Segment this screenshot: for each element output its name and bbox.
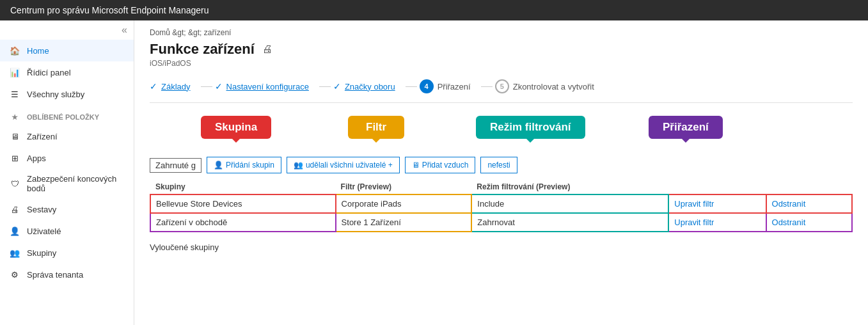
wizard-divider [481,86,493,87]
sidebar-item-label: Zařízení [27,132,58,141]
col-header-edit [668,180,766,194]
home-icon: 🏠 [9,45,20,56]
table-row: Zařízení v obchodě Store 1 Zařízení Zahr… [150,213,852,232]
step-label: Nastavení konfigurace [226,82,309,91]
step-number: 4 [420,79,434,93]
wizard-step-basics[interactable]: ✓ Základy [150,79,198,94]
all-services-icon: ☰ [9,88,20,100]
sidebar-item-users[interactable]: 👤 Uživatelé [0,220,134,242]
sidebar-item-tenant[interactable]: ⚙ Správa tenanta [0,264,134,285]
sidebar-item-label: Home [27,46,49,56]
assign-included-row: Zahrnuté g 👤 Přidání skupin 👥 udělali vš… [150,157,853,173]
add-all-users-button[interactable]: 👥 udělali všichni uživatelé + [287,157,400,173]
content-area: Domů &gt; &gt; zařízení Funkce zařízení … [134,20,868,325]
sidebar-item-label: Sestavy [27,205,56,214]
check-icon: ✓ [215,81,223,91]
included-groups-label: Zahrnuté g [150,158,201,173]
callout-skupina: Skupina [201,116,271,139]
assignment-table: Skupiny Filtr (Preview) Režim filtrování… [150,180,853,232]
assignment-area: Skupina Filtr Režim filtrování Přiřazení… [150,116,853,252]
wizard-divider [319,86,331,87]
callout-prirazeni: Přiřazení [649,116,723,139]
table-row: Bellevue Store Devices Corporate iPads I… [150,194,852,213]
sidebar-item-label: Správa tenanta [27,270,83,280]
step-label: Základy [161,82,191,91]
wizard-steps: ✓ Základy ✓ Nastavení konfigurace ✓ Znač… [150,77,853,103]
sidebar-item-endpoint-security[interactable]: 🛡 Zabezpečení koncových bodů [0,169,134,198]
add-groups-icon: 👤 [214,161,223,170]
sidebar-item-groups[interactable]: 👥 Skupiny [0,242,134,264]
star-icon: ★ [9,111,20,123]
wizard-step-scope[interactable]: ✓ Značky oboru [333,79,403,94]
col-header-filtr: Filtr (Preview) [336,180,472,194]
group-name: Zařízení v obchodě [156,218,227,227]
edit-filter-link[interactable]: Upravit filtr [674,218,714,227]
excluded-groups-label: Vyloučené skupiny [150,242,853,252]
callout-rezim: Režim filtrování [476,116,585,139]
add-all-users-icon: 👥 [294,161,303,170]
sidebar-favorites-label: ★ OBLÍBENÉ POLOŽKY [0,105,134,125]
filter-name: Store 1 Zařízení [342,218,401,227]
users-icon: 👤 [9,225,20,237]
sidebar-item-label: Řídicí panel [27,68,71,77]
check-icon: ✓ [333,81,341,91]
filter-mode: Zahrnovat [477,218,515,227]
wizard-divider [406,86,417,87]
delete-link[interactable]: Odstranit [772,218,806,227]
wizard-step-review[interactable]: 5 Zkontrolovat a vytvořit [495,77,602,96]
callout-filtr: Filtr [348,116,404,139]
step-number: 5 [495,79,509,93]
col-header-delete [766,180,852,194]
groups-icon: 👥 [9,247,20,258]
check-icon: ✓ [150,81,157,91]
sidebar-item-home[interactable]: 🏠 Home [0,40,134,61]
step-label: Přiřazení [438,82,471,91]
sidebar-item-label: Apps [27,154,46,163]
tenant-icon: ⚙ [9,269,20,280]
breadcrumb: Domů &gt; &gt; zařízení [150,28,853,37]
filter-mode: Include [477,199,504,209]
sidebar-collapse-button[interactable]: « [0,20,134,40]
delete-link[interactable]: Odstranit [772,199,806,209]
topbar: Centrum pro správu Microsoft Endpoint Ma… [0,0,868,20]
sidebar-item-label: Uživatelé [27,226,61,236]
col-header-skupiny: Skupiny [150,180,336,194]
group-name: Bellevue Store Devices [156,199,242,209]
step-label: Zkontrolovat a vytvořit [513,82,594,91]
add-groups-button[interactable]: 👤 Přidání skupin [207,157,281,173]
devices-icon: 🖥 [9,131,20,142]
sidebar-item-dashboard[interactable]: 📊 Řídicí panel [0,61,134,83]
step-label: Značky oboru [345,82,395,91]
wizard-divider [201,86,212,87]
page-title-row: Funkce zařízení 🖨 [150,41,853,58]
sidebar: « 🏠 Home 📊 Řídicí panel ☰ Všechny služby… [0,20,134,325]
sidebar-item-apps[interactable]: ⊞ Apps [0,147,134,169]
add-devices-icon: 🖥 [412,161,420,170]
reports-icon: 🖨 [9,203,20,215]
sidebar-item-reports[interactable]: 🖨 Sestavy [0,198,134,220]
sidebar-item-label: Všechny služby [27,90,84,99]
topbar-title: Centrum pro správu Microsoft Endpoint Ma… [10,5,209,15]
sidebar-item-devices[interactable]: 🖥 Zařízení [0,125,134,147]
filter-name: Corporate iPads [342,199,402,209]
page-subtitle: iOS/iPadOS [150,59,853,68]
sidebar-section-label: OBLÍBENÉ POLOŽKY [27,113,99,121]
sidebar-item-label: Skupiny [27,248,56,258]
nefesti-button[interactable]: nefesti [480,157,517,173]
wizard-step-assign[interactable]: 4 Přiřazení [420,77,478,96]
print-icon[interactable]: 🖨 [262,44,272,55]
sidebar-item-label: Zabezpečení koncových bodů [27,174,125,193]
page-title: Funkce zařízení [150,41,255,58]
action-buttons: 👤 Přidání skupin 👥 udělali všichni uživa… [207,157,517,173]
wizard-step-config[interactable]: ✓ Nastavení konfigurace [215,79,317,94]
sidebar-item-all-services[interactable]: ☰ Všechny služby [0,83,134,105]
add-devices-button[interactable]: 🖥 Přidat vzduch [405,157,476,173]
shield-icon: 🛡 [9,178,20,189]
apps-icon: ⊞ [9,152,20,164]
dashboard-icon: 📊 [9,67,20,78]
edit-filter-link[interactable]: Upravit filtr [674,199,714,209]
col-header-rezim: Režim filtrování (Preview) [471,180,668,194]
